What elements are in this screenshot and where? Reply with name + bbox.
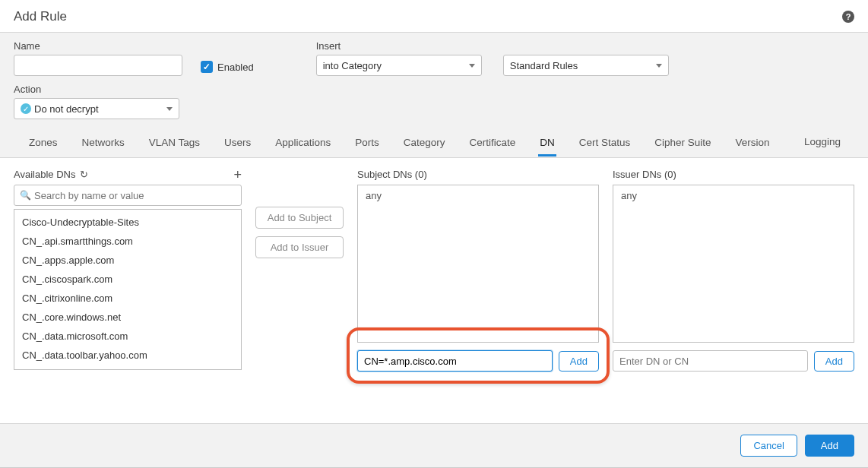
list-item[interactable]: Cisco-Undecryptable-Sites — [14, 213, 241, 232]
dn-content: Available DNs ↻ + 🔍 Cisco-Undecryptable-… — [0, 158, 868, 423]
list-item[interactable]: CN_.data.toolbar.yahoo.com — [14, 346, 241, 365]
tab-networks[interactable]: Networks — [81, 129, 126, 157]
standard-value: Standard Rules — [510, 60, 578, 71]
form-section: Name Enabled Insert into Category Standa… — [0, 33, 868, 158]
issuer-add-button[interactable]: Add — [814, 351, 854, 372]
action-label: Action — [14, 84, 854, 95]
issuer-dn-input[interactable] — [613, 350, 808, 372]
action-select[interactable]: Do not decrypt — [14, 98, 179, 119]
list-item[interactable]: CN_.core.windows.net — [14, 308, 241, 327]
chevron-down-icon — [656, 64, 662, 68]
tab-certificate[interactable]: Certificate — [467, 129, 517, 157]
dialog-header: Add Rule ? — [0, 0, 868, 33]
dialog-title: Add Rule — [14, 9, 67, 24]
refresh-icon[interactable]: ↻ — [80, 169, 88, 180]
list-item[interactable]: CN_.apps.apple.com — [14, 251, 241, 270]
search-input[interactable] — [14, 185, 242, 206]
chevron-down-icon — [469, 64, 475, 68]
subject-any-text: any — [366, 190, 382, 201]
list-item[interactable]: CN_.data.microsoft.com — [14, 327, 241, 346]
tab-dn[interactable]: DN — [538, 129, 556, 157]
list-item[interactable]: CN_.ciscospark.com — [14, 270, 241, 289]
chevron-down-icon — [166, 107, 173, 111]
subject-dns-box[interactable]: any — [357, 185, 599, 343]
insert-select[interactable]: into Category — [316, 55, 482, 76]
subject-dns-label: Subject DNs (0) — [357, 169, 599, 180]
tab-cipher-suite[interactable]: Cipher Suite — [653, 129, 712, 157]
add-to-subject-button[interactable]: Add to Subject — [255, 207, 344, 229]
subject-dn-input[interactable] — [357, 350, 553, 372]
issuer-dns-panel: Issuer DNs (0) any Add — [613, 169, 854, 423]
tab-cert-status[interactable]: Cert Status — [578, 129, 632, 157]
name-label: Name — [14, 40, 182, 52]
cancel-button[interactable]: Cancel — [740, 435, 797, 457]
list-item[interactable]: CN_.citrixonline.com — [14, 289, 241, 308]
dn-panels: Subject DNs (0) any Add Issuer DNs (0) a… — [357, 169, 854, 423]
add-rule-dialog: Add Rule ? Name Enabled Insert into Cate… — [0, 0, 868, 468]
available-dns-list[interactable]: Cisco-Undecryptable-SitesCN_.api.smartth… — [14, 209, 242, 370]
standard-rules-select[interactable]: Standard Rules — [503, 55, 669, 76]
enabled-label: Enabled — [217, 62, 254, 73]
subject-add-button[interactable]: Add — [559, 351, 599, 372]
search-icon: 🔍 — [20, 190, 31, 201]
issuer-dns-box[interactable]: any — [613, 185, 854, 343]
action-value: Do not decrypt — [34, 103, 99, 115]
action-group: Action Do not decrypt — [14, 84, 854, 119]
available-dns-column: Available DNs ↻ + 🔍 Cisco-Undecryptable-… — [14, 169, 242, 423]
tab-zones[interactable]: Zones — [27, 129, 59, 157]
tab-version[interactable]: Version — [734, 129, 771, 157]
add-button[interactable]: Add — [805, 435, 854, 457]
insert-group: Insert into Category Standard Rules — [316, 40, 669, 76]
tab-applications[interactable]: Applications — [274, 129, 332, 157]
check-circle-icon — [21, 103, 31, 114]
tabs-bar: ZonesNetworksVLAN TagsUsersApplicationsP… — [14, 128, 854, 157]
tab-category[interactable]: Category — [402, 129, 447, 157]
issuer-dns-label: Issuer DNs (0) — [613, 169, 854, 180]
dialog-footer: Cancel Add — [0, 423, 868, 467]
add-dn-icon[interactable]: + — [233, 169, 242, 180]
list-item[interactable]: CN_.api.smartthings.com — [14, 232, 241, 251]
tab-users[interactable]: Users — [223, 129, 252, 157]
enabled-group[interactable]: Enabled — [201, 61, 254, 73]
name-group: Name — [14, 40, 182, 76]
subject-dns-panel: Subject DNs (0) any Add — [357, 169, 599, 423]
tab-vlan-tags[interactable]: VLAN Tags — [147, 129, 201, 157]
issuer-any-text: any — [621, 190, 637, 201]
tab-ports[interactable]: Ports — [353, 129, 381, 157]
available-dns-label: Available DNs — [14, 169, 75, 180]
help-icon[interactable]: ? — [842, 11, 854, 23]
transfer-buttons: Add to Subject Add to Issuer — [255, 169, 344, 423]
insert-value: into Category — [323, 60, 382, 71]
insert-label: Insert — [316, 40, 669, 52]
name-input[interactable] — [14, 55, 182, 76]
add-to-issuer-button[interactable]: Add to Issuer — [255, 236, 344, 258]
tab-logging[interactable]: Logging — [804, 128, 841, 157]
enabled-checkbox[interactable] — [201, 61, 213, 73]
